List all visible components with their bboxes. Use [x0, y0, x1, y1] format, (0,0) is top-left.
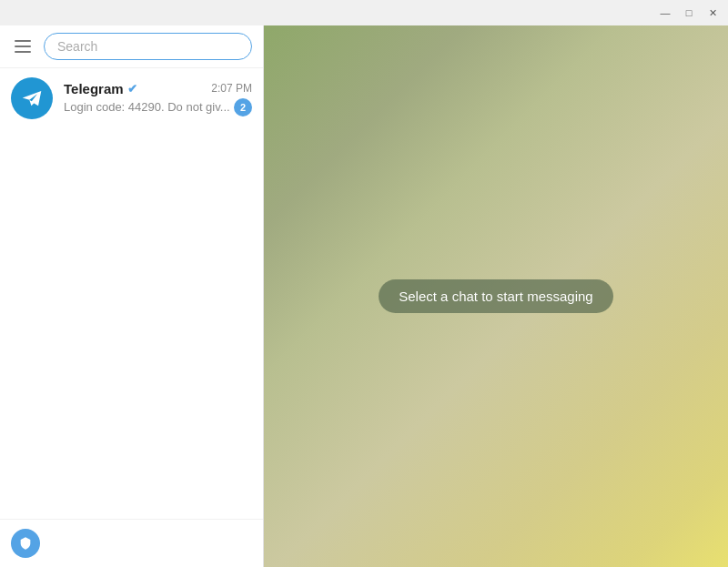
chat-name-row: Telegram ✔ 2:07 PM [64, 81, 252, 96]
chat-area: Select a chat to start messaging [264, 25, 728, 567]
minimize-button[interactable]: — [653, 4, 677, 22]
unread-badge: 2 [234, 98, 252, 116]
chat-item[interactable]: Telegram ✔ 2:07 PM Login code: 44290. Do… [0, 68, 263, 128]
main-content: Telegram ✔ 2:07 PM Login code: 44290. Do… [0, 25, 728, 567]
hamburger-line-2 [15, 46, 31, 47]
chat-info: Telegram ✔ 2:07 PM Login code: 44290. Do… [64, 81, 252, 116]
chat-preview: Login code: 44290. Do not giv... [64, 100, 230, 114]
title-bar: — □ ✕ [0, 0, 728, 25]
hamburger-line-1 [15, 40, 31, 42]
hamburger-line-3 [15, 51, 31, 53]
chat-name-text: Telegram [64, 81, 124, 96]
chat-time: 2:07 PM [211, 82, 252, 95]
search-input[interactable] [44, 33, 252, 60]
chat-preview-row: Login code: 44290. Do not giv... 2 [64, 98, 252, 116]
close-button[interactable]: ✕ [701, 4, 724, 22]
maximize-button[interactable]: □ [677, 4, 701, 22]
verified-badge: ✔ [127, 82, 137, 96]
chat-name: Telegram ✔ [64, 81, 137, 96]
sidebar-header [0, 25, 263, 68]
chat-list: Telegram ✔ 2:07 PM Login code: 44290. Do… [0, 68, 263, 519]
avatar [11, 77, 53, 119]
select-chat-label: Select a chat to start messaging [379, 279, 612, 313]
sidebar-footer [0, 519, 263, 567]
shield-button[interactable] [11, 529, 40, 558]
sidebar: Telegram ✔ 2:07 PM Login code: 44290. Do… [0, 25, 264, 567]
menu-button[interactable] [11, 36, 35, 56]
